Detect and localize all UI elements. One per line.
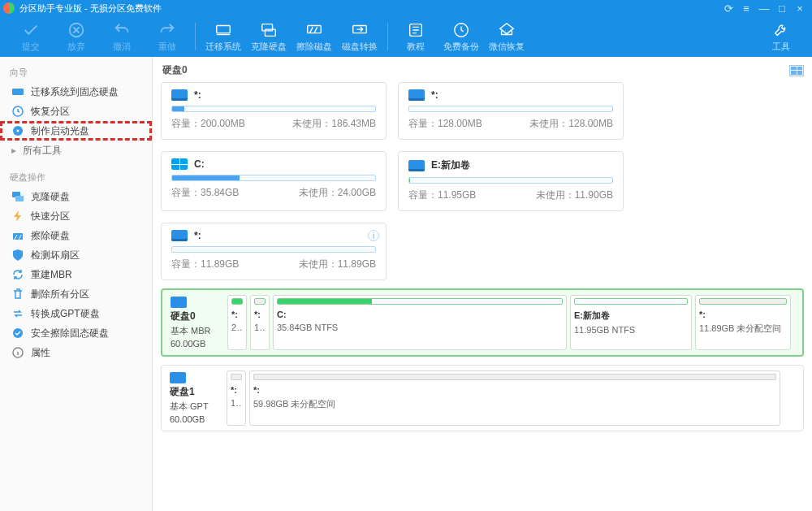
maximize-button[interactable]: □ xyxy=(773,2,791,15)
partition-segment[interactable]: *:11.89GB 未分配空间 xyxy=(695,295,791,350)
disk-icon xyxy=(171,297,187,308)
sidebar-item-all-tools[interactable]: ▸所有工具 xyxy=(0,141,152,160)
sidebar-item-secure-erase[interactable]: 安全擦除固态硬盘 xyxy=(0,323,152,343)
usage-bar xyxy=(171,175,376,181)
sidebar-item-convert-gpt[interactable]: 转换成GPT硬盘 xyxy=(0,304,152,323)
app-logo-icon xyxy=(3,2,15,14)
disk-icon xyxy=(170,372,186,383)
discard-button[interactable]: 放弃 xyxy=(54,16,99,57)
sidebar-item-make-boot-disc[interactable]: 制作启动光盘 xyxy=(0,121,152,141)
svg-point-11 xyxy=(17,130,19,132)
undo-button[interactable]: 撤消 xyxy=(99,16,145,57)
sidebar-item-bad-sector[interactable]: 检测坏扇区 xyxy=(0,245,152,265)
refresh-icon[interactable]: ⟳ xyxy=(719,2,737,15)
capacity-label: 容量：128.00MB xyxy=(408,117,482,131)
eraser-icon xyxy=(11,229,24,242)
titlebar: 分区助手专业版 - 无损分区免费软件 ⟳ ≡ — □ × xyxy=(0,0,812,16)
disk-info: 硬盘1基本 GPT60.00GB xyxy=(166,370,223,426)
info-badge-icon[interactable]: i xyxy=(368,230,379,241)
menu-icon[interactable]: ≡ xyxy=(737,2,755,15)
wechat-recover-button[interactable]: 微信恢复 xyxy=(484,16,529,57)
partition-card[interactable]: *:容量：128.00MB未使用：128.00MB xyxy=(398,82,624,140)
svg-rect-1 xyxy=(217,25,231,32)
drive-icon xyxy=(171,230,188,241)
tools-button[interactable]: 工具 xyxy=(758,16,804,57)
usage-bar xyxy=(408,106,613,112)
sidebar-item-rebuild-mbr[interactable]: 重建MBR xyxy=(0,265,152,284)
disc-icon xyxy=(11,124,24,137)
svg-rect-13 xyxy=(15,196,24,201)
panel-title: 硬盘0 xyxy=(162,63,188,77)
sidebar-item-delete-all[interactable]: 删除所有分区 xyxy=(0,284,152,304)
usage-bar xyxy=(408,177,613,184)
partition-segment[interactable]: *:15… xyxy=(227,370,246,426)
sidebar-item-quick-partition[interactable]: 快速分区 xyxy=(0,206,152,226)
sidebar-item-recover[interactable]: 恢复分区 xyxy=(0,102,152,121)
recover-icon xyxy=(11,105,24,118)
window-title: 分区助手专业版 - 无损分区免费软件 xyxy=(19,2,162,15)
redo-button[interactable]: 重做 xyxy=(145,16,190,57)
partition-card[interactable]: E:新加卷容量：11.95GB未使用：11.90GB xyxy=(398,151,624,211)
disk-row[interactable]: 硬盘0基本 MBR60.00GB*:20…*:12…C:35.84GB NTFS… xyxy=(161,288,804,357)
unused-label: 未使用：24.00GB xyxy=(299,186,376,200)
secure-erase-icon xyxy=(11,327,24,340)
usage-bar xyxy=(171,246,376,253)
partition-card[interactable]: *:容量：200.00MB未使用：186.43MB xyxy=(161,82,387,140)
close-button[interactable]: × xyxy=(791,2,809,15)
wipe-disk-button[interactable]: 擦除磁盘 xyxy=(292,16,337,57)
unused-label: 未使用：186.43MB xyxy=(292,117,376,131)
partition-name: C: xyxy=(194,158,205,170)
clone-disk-button[interactable]: 克隆硬盘 xyxy=(246,16,292,57)
partition-card[interactable]: C:容量：35.84GB未使用：24.00GB xyxy=(161,151,387,211)
hdd-icon xyxy=(11,85,24,98)
convert-icon xyxy=(11,307,24,320)
capacity-label: 容量：11.95GB xyxy=(408,188,476,202)
partition-segment[interactable]: E:新加卷11.95GB NTFS xyxy=(570,295,692,350)
sidebar-item-migrate-ssd[interactable]: 迁移系统到固态硬盘 xyxy=(0,82,152,102)
drive-icon xyxy=(408,89,425,101)
partition-card[interactable]: i*:容量：11.89GB未使用：11.89GB xyxy=(161,223,387,280)
rebuild-icon xyxy=(11,268,24,281)
tutorial-button[interactable]: 教程 xyxy=(393,16,438,57)
partition-name: *: xyxy=(194,230,201,241)
minimize-button[interactable]: — xyxy=(755,2,773,15)
shield-icon xyxy=(11,249,24,262)
partition-name: *: xyxy=(431,89,438,101)
sidebar-item-clone-disk[interactable]: 克隆硬盘 xyxy=(0,187,152,206)
unused-label: 未使用：11.89GB xyxy=(299,258,376,271)
sidebar-group-wizard: 向导 xyxy=(0,63,152,82)
svg-rect-14 xyxy=(13,233,23,240)
disk-convert-button[interactable]: 磁盘转换 xyxy=(337,16,382,57)
sidebar-item-wipe-disk[interactable]: 擦除硬盘 xyxy=(0,226,152,245)
partition-segment[interactable]: *:59.98GB 未分配空间 xyxy=(249,370,780,426)
disk-row[interactable]: 硬盘1基本 GPT60.00GB*:15…*:59.98GB 未分配空间 xyxy=(161,365,804,431)
svg-rect-8 xyxy=(12,89,24,95)
submit-button[interactable]: 提交 xyxy=(8,16,54,57)
unused-label: 未使用：11.90GB xyxy=(536,188,613,202)
info-icon xyxy=(11,346,24,359)
free-backup-button[interactable]: 免费备份 xyxy=(438,16,484,57)
partition-name: E:新加卷 xyxy=(431,158,470,172)
toolbar: 提交 放弃 撤消 重做 迁移系统 克隆硬盘 擦除磁盘 磁盘转换 教程 免费备份 … xyxy=(0,16,812,57)
capacity-label: 容量：11.89GB xyxy=(171,258,239,271)
partition-segment[interactable]: *:20… xyxy=(227,295,247,350)
sidebar-item-properties[interactable]: 属性 xyxy=(0,343,152,362)
drive-icon xyxy=(408,160,425,171)
partition-segment[interactable]: C:35.84GB NTFS xyxy=(273,295,567,350)
drive-icon xyxy=(171,158,188,170)
clone-icon xyxy=(11,190,24,203)
usage-bar xyxy=(171,106,376,112)
sidebar-group-disk-ops: 硬盘操作 xyxy=(0,168,152,187)
capacity-label: 容量：35.84GB xyxy=(171,186,239,200)
lightning-icon xyxy=(11,210,24,223)
content-panel: 硬盘0 *:容量：200.00MB未使用：186.43MB*:容量：128.00… xyxy=(153,57,812,511)
capacity-label: 容量：200.00MB xyxy=(171,117,245,131)
partition-segment[interactable]: *:12… xyxy=(250,295,270,350)
chevron-right-icon: ▸ xyxy=(11,145,16,156)
grid-view-button[interactable] xyxy=(789,65,804,76)
trash-icon xyxy=(11,288,24,301)
partition-name: *: xyxy=(194,89,201,101)
migrate-os-button[interactable]: 迁移系统 xyxy=(201,16,246,57)
unused-label: 未使用：128.00MB xyxy=(529,117,613,131)
drive-icon xyxy=(171,89,188,101)
